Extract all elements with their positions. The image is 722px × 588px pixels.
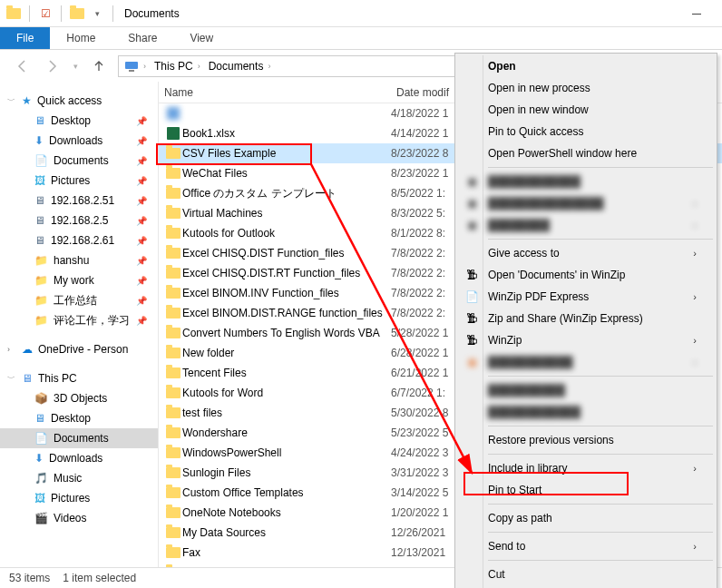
cm-open-powershell[interactable]: Open PowerShell window here	[457, 142, 715, 164]
breadcrumb-pc-icon[interactable]: ›	[122, 59, 151, 74]
cm-give-access[interactable]: Give access to›	[457, 242, 715, 264]
this-pc[interactable]: ﹀🖥This PC	[0, 368, 158, 388]
status-selected-count: 1 item selected	[63, 572, 136, 584]
nav-quick-item[interactable]: 📁hanshu📌	[0, 250, 158, 270]
tab-view[interactable]: View	[173, 27, 229, 49]
nav-quick-item[interactable]: 📁My work📌	[0, 270, 158, 290]
forward-button[interactable]	[42, 56, 62, 76]
minimize-button[interactable]: —	[677, 1, 717, 26]
nav-pc-item[interactable]: 🎵Music	[0, 468, 158, 488]
onedrive[interactable]: ›☁OneDrive - Person	[0, 339, 158, 359]
breadcrumb-root[interactable]: This PC›	[152, 58, 205, 74]
up-button[interactable]	[89, 56, 109, 76]
nav-pc-item[interactable]: 🖼Pictures	[0, 488, 158, 508]
cm-send-to[interactable]: Send to›	[457, 535, 715, 557]
tab-home[interactable]: Home	[50, 27, 112, 49]
cm-include-library[interactable]: Include in library›	[457, 457, 715, 479]
cm-third-party-3[interactable]: ▣████████›	[457, 214, 715, 236]
cm-pin-start[interactable]: Pin to Start	[457, 479, 715, 501]
back-button[interactable]	[13, 56, 33, 76]
nav-pc-item[interactable]: 🎬Videos	[0, 508, 158, 528]
svg-rect-1	[129, 70, 134, 72]
cm-winzip[interactable]: 🗜WinZip›	[457, 329, 715, 351]
status-item-count: 53 items	[9, 572, 50, 584]
cm-open-winzip[interactable]: 🗜Open 'Documents' in WinZip	[457, 264, 715, 286]
folder-icon	[69, 5, 85, 22]
navigation-pane: ﹀★Quick access 🖥Desktop📌⬇Downloads📌📄Docu…	[0, 82, 158, 567]
cm-pdf-express[interactable]: 📄WinZip PDF Express›	[457, 286, 715, 308]
nav-quick-item[interactable]: 📄Documents📌	[0, 151, 158, 171]
nav-quick-item[interactable]: 🖥192.168.2.5📌	[0, 211, 158, 230]
cm-open-new-process[interactable]: Open in new process	[457, 77, 715, 99]
nav-quick-item[interactable]: 🖥192.168.2.51📌	[0, 191, 158, 211]
cm-cut[interactable]: Cut	[457, 564, 715, 585]
column-header-name[interactable]: Name	[159, 86, 391, 99]
nav-pc-item[interactable]: 📦3D Objects	[0, 388, 158, 408]
nav-pc-item[interactable]: 📄Documents	[0, 428, 158, 448]
quick-access[interactable]: ﹀★Quick access	[0, 91, 158, 111]
nav-pc-item[interactable]: ⬇Downloads	[0, 448, 158, 468]
nav-quick-item[interactable]: 📁评论工作，学习📌	[0, 310, 158, 330]
cm-third-party-5[interactable]: ██████████	[457, 379, 715, 401]
cm-copy-as-path[interactable]: Copy as path	[457, 507, 715, 529]
breadcrumb-leaf[interactable]: Documents›	[207, 58, 276, 74]
title-bar: ☑ ▾ Documents —	[0, 0, 722, 27]
nav-quick-item[interactable]: 🖼Pictures📌	[0, 171, 158, 191]
nav-pc-item[interactable]: 🖥Desktop	[0, 408, 158, 428]
ribbon-tabs: File Home Share View	[0, 27, 722, 50]
nav-quick-item[interactable]: 📁工作总结📌	[0, 290, 158, 310]
nav-quick-item[interactable]: 🖥192.168.2.61📌	[0, 230, 158, 250]
folder-icon	[5, 5, 22, 22]
properties-icon[interactable]: ☑	[37, 5, 54, 22]
cm-open[interactable]: Open	[457, 55, 715, 77]
nav-quick-item[interactable]: ⬇Downloads📌	[0, 131, 158, 151]
window-title: Documents	[124, 7, 180, 20]
context-menu: Open Open in new process Open in new win…	[454, 53, 717, 588]
cm-third-party-1[interactable]: ▣████████████	[457, 171, 715, 192]
nav-quick-item[interactable]: 🖥Desktop📌	[0, 111, 158, 131]
tab-share[interactable]: Share	[112, 27, 173, 49]
recent-dropdown-icon[interactable]: ▾	[71, 56, 80, 76]
cm-third-party-2[interactable]: ▣███████████████›	[457, 192, 715, 214]
cm-third-party-6[interactable]: ████████████	[457, 401, 715, 423]
cm-open-new-window[interactable]: Open in new window	[457, 99, 715, 121]
cm-third-party-4[interactable]: ▣███████████›	[457, 351, 715, 373]
tab-file[interactable]: File	[0, 27, 50, 49]
quick-access-toolbar: ☑ ▾	[5, 5, 117, 22]
svg-rect-0	[125, 62, 138, 69]
cm-zip-share[interactable]: 🗜Zip and Share (WinZip Express)	[457, 308, 715, 329]
cm-pin-quick[interactable]: Pin to Quick access	[457, 121, 715, 142]
qat-dropdown-icon[interactable]: ▾	[89, 5, 105, 22]
cm-restore-previous[interactable]: Restore previous versions	[457, 429, 715, 451]
